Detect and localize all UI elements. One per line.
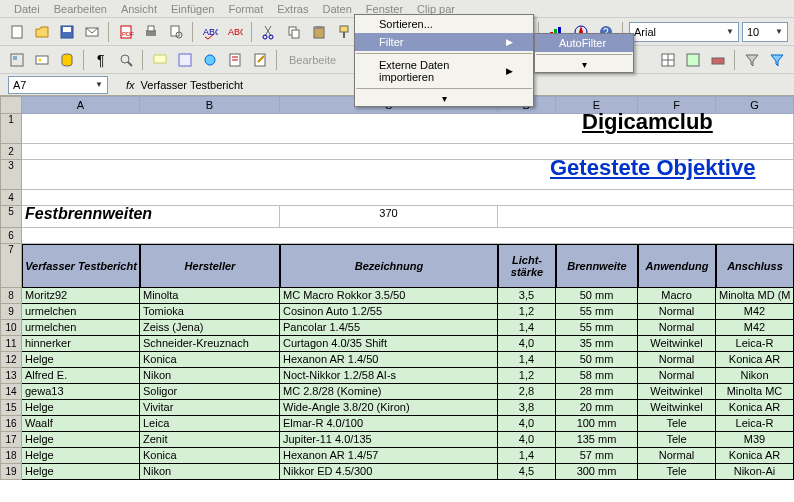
data-cell[interactable]: Waalf [22,416,140,432]
data-cell[interactable]: 20 mm [556,400,638,416]
menu-expand-icon[interactable]: ▾ [355,91,533,106]
data-cell[interactable]: Noct-Nikkor 1.2/58 AI-s [280,368,498,384]
spellcheck-icon[interactable]: ABC [199,21,221,43]
new-doc-icon[interactable] [6,21,28,43]
data-cell[interactable]: Tomioka [140,304,280,320]
data-cell[interactable]: urmelchen [22,320,140,336]
data-cell[interactable]: 55 mm [556,320,638,336]
select-all-corner[interactable] [0,96,22,114]
copy-icon[interactable] [283,21,305,43]
data-cell[interactable]: 1,4 [498,320,556,336]
data-cell[interactable]: Helge [22,432,140,448]
data-cell[interactable]: 3,5 [498,288,556,304]
record-changes-icon[interactable] [224,49,246,71]
data-cell[interactable]: 58 mm [556,368,638,384]
menu-item-sort[interactable]: Sortieren... [355,15,533,33]
cell[interactable] [22,228,794,244]
column-header[interactable]: G [716,96,794,114]
data-cell[interactable]: Weitwinkel [638,400,716,416]
data-cell[interactable]: Zeiss (Jena) [140,320,280,336]
data-cell[interactable]: Helge [22,464,140,480]
row-header[interactable]: 14 [0,384,22,400]
edit-file-icon[interactable] [249,49,271,71]
row-header[interactable]: 5 [0,206,22,228]
cell[interactable] [22,190,794,206]
row-header[interactable]: 1 [0,114,22,144]
row-header[interactable]: 3 [0,160,22,190]
data-cell[interactable]: Konica AR [716,400,794,416]
fx-icon[interactable]: fx [126,79,135,91]
autospell-icon[interactable]: ABC [224,21,246,43]
data-cell[interactable]: Wide-Angle 3.8/20 (Kiron) [280,400,498,416]
menu-expand-icon[interactable]: ▾ [535,57,633,72]
table-column-header[interactable]: Licht-stärke [498,244,556,288]
theme-icon[interactable] [707,49,729,71]
menu-ansicht[interactable]: Ansicht [115,2,163,16]
subtitle-link[interactable]: Getestete Objektive [550,160,755,175]
data-cell[interactable]: Minolta [140,288,280,304]
data-cell[interactable]: M42 [716,320,794,336]
gallery-icon[interactable] [31,49,53,71]
data-cell[interactable]: Soligor [140,384,280,400]
row-header[interactable]: 19 [0,464,22,480]
row-header[interactable]: 7 [0,244,22,288]
data-cell[interactable]: 4,0 [498,336,556,352]
data-cell[interactable]: Elmar-R 4.0/100 [280,416,498,432]
data-cell[interactable]: Tele [638,432,716,448]
cut-icon[interactable] [258,21,280,43]
print-icon[interactable] [140,21,162,43]
datasources-icon[interactable] [56,49,78,71]
styles-icon[interactable] [6,49,28,71]
data-cell[interactable]: Konica AR [716,448,794,464]
data-cell[interactable]: Nikon [140,464,280,480]
data-cell[interactable]: Konica AR [716,352,794,368]
font-size-select[interactable]: 10 ▼ [742,22,788,42]
data-cell[interactable]: Vivitar [140,400,280,416]
data-cell[interactable]: 4,0 [498,416,556,432]
data-cell[interactable]: urmelchen [22,304,140,320]
data-cell[interactable]: Hexanon AR 1.4/57 [280,448,498,464]
data-cell[interactable]: Weitwinkel [638,384,716,400]
data-cell[interactable]: Alfred E. [22,368,140,384]
data-cell[interactable]: Nikon-Ai [716,464,794,480]
data-cell[interactable]: Moritz92 [22,288,140,304]
data-cell[interactable]: Hexanon AR 1.4/50 [280,352,498,368]
data-cell[interactable]: Helge [22,352,140,368]
data-cell[interactable]: 35 mm [556,336,638,352]
data-cell[interactable]: Leica-R [716,336,794,352]
menu-einfuegen[interactable]: Einfügen [165,2,220,16]
data-cell[interactable]: Macro [638,288,716,304]
table-column-header[interactable]: Hersteller [140,244,280,288]
subtitle-cell[interactable]: Getestete Objektive [22,160,794,190]
open-icon[interactable] [31,21,53,43]
table-column-header[interactable]: Bezeichnung [280,244,498,288]
save-icon[interactable] [56,21,78,43]
data-cell[interactable]: Tele [638,416,716,432]
count-cell[interactable]: 370 [280,206,498,228]
preview-icon[interactable] [165,21,187,43]
data-cell[interactable]: Normal [638,304,716,320]
formula-input[interactable]: Verfasser Testbericht [141,79,244,91]
data-cell[interactable]: MC Macro Rokkor 3.5/50 [280,288,498,304]
data-cell[interactable]: M39 [716,432,794,448]
data-cell[interactable]: 4,0 [498,432,556,448]
data-cell[interactable]: hinnerker [22,336,140,352]
format-paint-icon[interactable] [333,21,355,43]
table-column-header[interactable]: Verfasser Testbericht [22,244,140,288]
row-header[interactable]: 16 [0,416,22,432]
data-cell[interactable]: Pancolar 1.4/55 [280,320,498,336]
data-cell[interactable]: Nikon [140,368,280,384]
data-cell[interactable]: 55 mm [556,304,638,320]
data-cell[interactable]: Helge [22,400,140,416]
row-header[interactable]: 12 [0,352,22,368]
data-cell[interactable]: Schneider-Kreuznach [140,336,280,352]
data-cell[interactable]: Konica [140,352,280,368]
row-header[interactable]: 15 [0,400,22,416]
export-pdf-icon[interactable]: PDF [115,21,137,43]
menu-item-import[interactable]: Externe Daten importieren▶ [355,56,533,86]
data-cell[interactable]: Curtagon 4.0/35 Shift [280,336,498,352]
zoom-icon[interactable] [115,49,137,71]
menu-item-filter[interactable]: Filter▶ [355,33,533,51]
menu-bearbeiten[interactable]: Bearbeiten [48,2,113,16]
row-header[interactable]: 11 [0,336,22,352]
